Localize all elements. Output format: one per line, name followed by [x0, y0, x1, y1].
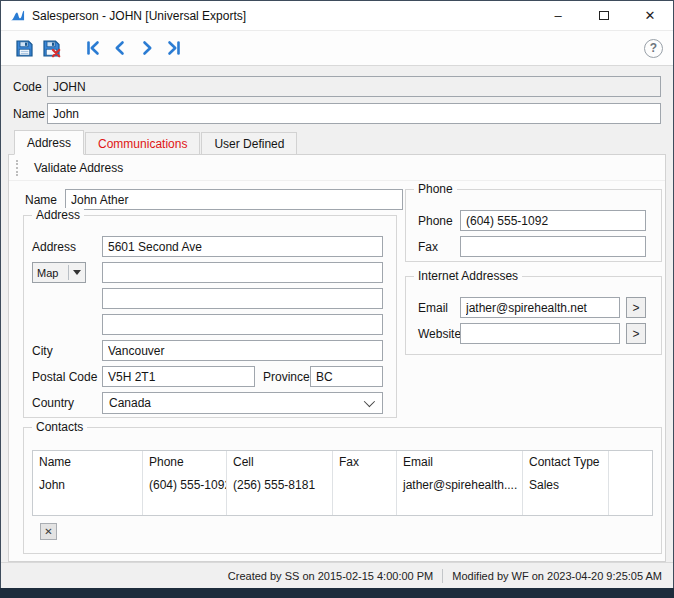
- email-input[interactable]: [460, 297, 620, 318]
- previous-record-icon: [111, 39, 129, 57]
- contact-name-input[interactable]: [65, 189, 403, 210]
- address-label: Address: [32, 240, 102, 254]
- next-record-icon: [138, 39, 156, 57]
- app-icon: [10, 8, 25, 23]
- help-button[interactable]: ?: [644, 39, 663, 58]
- tab-user-defined-label: User Defined: [214, 137, 284, 151]
- province-input[interactable]: [310, 366, 383, 387]
- statusbar: Created by SS on 2015-02-15 4:00:00 PM M…: [1, 562, 673, 588]
- country-label: Country: [32, 396, 102, 410]
- address-line1-input[interactable]: [102, 236, 383, 257]
- header-fields: Code Name: [1, 66, 673, 130]
- name-row: Name: [13, 103, 661, 124]
- address-tab-panel: Validate Address Name Address Address Ma…: [8, 154, 666, 562]
- contacts-group-title: Contacts: [32, 420, 87, 434]
- city-label: City: [32, 344, 102, 358]
- code-row: Code: [13, 76, 661, 97]
- address-line3-row: [32, 288, 388, 309]
- titlebar[interactable]: Salesperson - JOHN [Universal Exports] –…: [1, 1, 673, 31]
- contact-cell-fax: [333, 474, 397, 515]
- contact-cell-email: jather@spirehealth....: [397, 474, 523, 515]
- last-record-icon: [165, 39, 183, 57]
- minimize-icon: –: [554, 8, 561, 23]
- delete-contact-button[interactable]: ✕: [40, 523, 57, 540]
- internet-addresses-group: Internet Addresses Email > Website >: [405, 276, 662, 355]
- map-button-label: Map: [37, 267, 58, 279]
- save-close-icon: [42, 39, 61, 58]
- minimize-button[interactable]: –: [535, 1, 581, 30]
- tab-communications-label: Communications: [98, 137, 187, 151]
- next-record-button[interactable]: [133, 35, 160, 62]
- tabstrip: Address Communications User Defined: [1, 130, 673, 155]
- contacts-col-name: Name: [33, 451, 143, 474]
- close-button[interactable]: ✕: [627, 1, 673, 30]
- country-row: Country Canada: [32, 392, 388, 414]
- delete-icon: ✕: [44, 526, 52, 537]
- postal-province-row: Postal Code Province: [32, 366, 388, 387]
- map-button-divider: [68, 265, 69, 280]
- code-label: Code: [13, 80, 47, 94]
- maximize-button[interactable]: [581, 1, 627, 30]
- postal-code-label: Postal Code: [32, 370, 102, 384]
- contacts-col-phone: Phone: [143, 451, 227, 474]
- map-button[interactable]: Map: [32, 262, 86, 283]
- open-website-button[interactable]: >: [626, 323, 646, 344]
- created-by-text: Created by SS on 2015-02-15 4:00:00 PM: [228, 570, 433, 582]
- open-email-button[interactable]: >: [626, 297, 646, 318]
- maximize-icon: [599, 11, 609, 20]
- close-icon: ✕: [645, 8, 656, 23]
- first-record-icon: [84, 39, 102, 57]
- contact-row[interactable]: John (604) 555-1092 (256) 555-8181 jathe…: [33, 474, 652, 515]
- fax-input[interactable]: [460, 236, 646, 257]
- email-label: Email: [418, 301, 460, 315]
- phone-group-title: Phone: [414, 182, 457, 196]
- country-select[interactable]: Canada: [102, 392, 383, 414]
- tab-address[interactable]: Address: [14, 130, 84, 155]
- contact-cell-phone: (604) 555-1092: [143, 474, 227, 515]
- tab-user-defined[interactable]: User Defined: [201, 132, 297, 155]
- address-group: Address Address Map: [23, 215, 397, 418]
- address-line3-input[interactable]: [102, 288, 383, 309]
- phone-input[interactable]: [460, 210, 646, 231]
- city-input[interactable]: [102, 340, 383, 361]
- address-line1-row: Address: [32, 236, 388, 257]
- province-label: Province: [255, 370, 310, 384]
- salesperson-window: Salesperson - JOHN [Universal Exports] –…: [0, 0, 674, 598]
- last-record-button[interactable]: [160, 35, 187, 62]
- fax-row: Fax: [418, 236, 651, 257]
- address-line2-input[interactable]: [102, 262, 383, 283]
- statusbar-separator: [442, 569, 443, 583]
- chevron-down-icon: [364, 396, 375, 407]
- contacts-col-fax: Fax: [333, 451, 397, 474]
- email-row: Email >: [418, 297, 651, 318]
- contacts-table[interactable]: Name Phone Cell Fax Email Contact Type J…: [32, 450, 653, 516]
- toolbar-grip-icon: [16, 160, 20, 176]
- map-button-box: Map: [32, 262, 102, 283]
- modified-by-text: Modified by WF on 2023-04-20 9:25:05 AM: [452, 570, 662, 582]
- map-dropdown-icon: [73, 270, 81, 275]
- address-line2-row: Map: [32, 262, 388, 283]
- phone-label: Phone: [418, 214, 460, 228]
- save-button[interactable]: [11, 35, 38, 62]
- tab-communications[interactable]: Communications: [85, 132, 200, 155]
- postal-code-input[interactable]: [102, 366, 255, 387]
- address-line4-row: [32, 314, 388, 335]
- save-close-button[interactable]: [38, 35, 65, 62]
- validate-address-button[interactable]: Validate Address: [28, 159, 129, 177]
- website-input[interactable]: [460, 323, 620, 344]
- website-label: Website: [418, 327, 460, 341]
- name-input[interactable]: [47, 103, 661, 124]
- address-line4-input[interactable]: [102, 314, 383, 335]
- contact-cell-cell: (256) 555-8181: [227, 474, 333, 515]
- arrow-right-icon: >: [632, 301, 639, 315]
- previous-record-button[interactable]: [106, 35, 133, 62]
- contacts-col-cell: Cell: [227, 451, 333, 474]
- internet-addresses-group-title: Internet Addresses: [414, 269, 522, 283]
- code-input[interactable]: [47, 76, 661, 97]
- website-row: Website >: [418, 323, 651, 344]
- name-label: Name: [13, 107, 47, 121]
- arrow-right-icon: >: [632, 327, 639, 341]
- first-record-button[interactable]: [79, 35, 106, 62]
- city-row: City: [32, 340, 388, 361]
- address-group-title: Address: [32, 208, 84, 222]
